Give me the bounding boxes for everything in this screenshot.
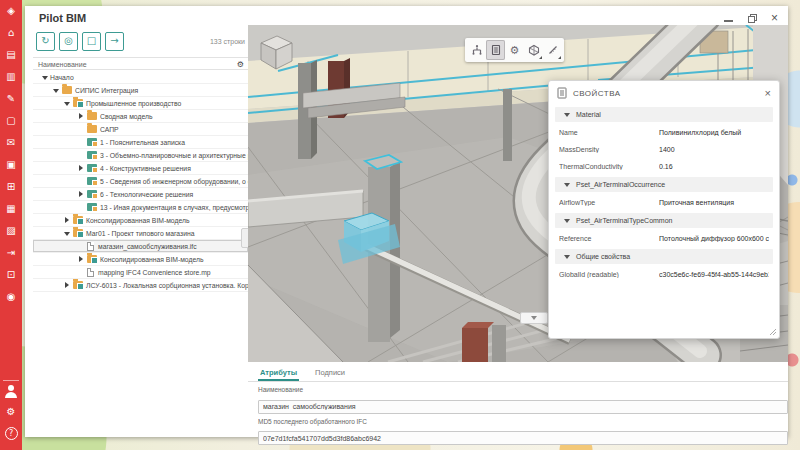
group-material[interactable]: Material [555,107,773,122]
structure-tool-button[interactable] [467,40,486,60]
book-icon[interactable]: ▣ [0,154,22,176]
tree-item[interactable]: ЛСУ-6013 - Локальная сорбционная установ… [33,279,248,292]
tree-item[interactable]: Консолидированная BIM-модель [33,253,248,266]
tree-item[interactable]: 5 - Сведения об инженерном оборудовании,… [33,175,248,188]
image-icon[interactable]: ▦ [0,198,22,220]
frame-button[interactable]: □ [82,32,101,51]
tree-item[interactable]: 3 - Объемно-планировочные и архитектурны… [33,149,248,162]
document-icon[interactable]: ▢ [0,110,22,132]
file-icon [87,268,94,277]
user-icon[interactable] [0,383,22,401]
tree-item[interactable]: 13 - Иная документация в случаях, предус… [33,201,248,214]
open-button[interactable]: → [105,32,124,51]
layers-icon[interactable]: ◈ [0,0,22,22]
property-row: ThermalConductivity0.16 [549,158,779,175]
locate-button[interactable]: ◎ [59,32,78,51]
group-airterminal-typecommon[interactable]: Pset_AirTerminalTypeCommon [555,213,773,228]
tree-item[interactable]: Консолидированная BIM-модель [33,214,248,227]
properties-tool-button[interactable] [486,40,505,60]
model-icon [73,281,83,289]
expander-icon[interactable] [63,216,72,225]
cards-icon[interactable]: ▤ [0,44,22,66]
print-icon[interactable]: ⊡ [0,264,22,286]
window-title: Pilot BIM [39,12,86,24]
bottom-tabs: Атрибуты Подписи [248,362,788,382]
chevron-down-icon [531,316,537,320]
draw-icon[interactable]: ▨ [0,220,22,242]
export-icon[interactable]: ⇥ [0,242,22,264]
panel-collapse-button[interactable] [520,312,548,324]
collapse-triangle-icon [564,183,570,187]
tree-item[interactable]: Промышленное производство [33,97,248,110]
property-row: MassDensity1400 [549,141,779,158]
file-icon [87,242,94,251]
model-icon [87,255,97,263]
tree-item-root[interactable]: Начало [33,71,248,84]
column-settings-icon[interactable]: ⚙ [237,58,244,71]
tree-toolbar: ↻ ◎ □ → [36,32,124,51]
tab-attributes[interactable]: Атрибуты [258,366,299,381]
tree-item[interactable]: 1 - Пояснительная записка [33,136,248,149]
section-icon [87,190,97,198]
tree-rows: Начало СИПИС Интеграция Промышленное про… [33,71,248,292]
apps-icon[interactable]: ⊞ [0,176,22,198]
tree-item[interactable]: 4 - Конструктивные решения [33,162,248,175]
close-icon[interactable]: × [771,12,778,24]
structure-icon [471,44,483,56]
expander-icon[interactable] [63,229,72,238]
collapse-triangle-icon [564,219,570,223]
properties-header: СВОЙСТВА × [549,81,779,105]
measure-tool-button[interactable] [543,40,562,60]
measure-icon [547,44,559,56]
name-field[interactable] [258,400,788,414]
help-icon[interactable]: ? [5,427,18,440]
md5-field[interactable] [258,431,788,445]
resize-handle[interactable] [769,328,776,335]
property-row: ReferenceПотолочный диффузор 600х600 с к… [549,230,779,247]
rows-count-label: 133 строки [210,38,245,45]
expander-icon[interactable] [63,281,72,290]
bottom-structures [462,322,506,362]
tree-column-header[interactable]: Наименование ⚙ [33,57,248,70]
expander-icon[interactable] [52,86,61,95]
expander-icon[interactable] [77,164,86,173]
section-tool-button[interactable] [524,40,543,60]
expander-icon[interactable] [77,255,86,264]
restore-icon[interactable] [748,14,756,22]
tree-item[interactable]: СИПИС Интеграция [33,84,248,97]
group-airterminal-occurrence[interactable]: Pset_AirTerminalOccurrence [555,177,773,192]
folder-icon [87,112,97,120]
minimize-icon[interactable] [724,20,733,22]
tree-item[interactable]: САПР [33,123,248,136]
document-tree-panel: ↻ ◎ □ → 133 строки Наименование ⚙ Начало… [33,26,248,435]
sidebar-divider [3,380,19,381]
settings-gear-icon[interactable]: ⚙ [0,401,22,423]
mail-icon[interactable]: ✉ [0,132,22,154]
library-icon[interactable]: ▥ [0,66,22,88]
close-icon[interactable]: × [765,88,771,99]
view-cube[interactable] [251,28,297,74]
properties-panel-icon [557,87,567,99]
location-icon[interactable]: ◉ [0,286,22,308]
tree-item[interactable]: Сводная модель [33,110,248,123]
properties-panel: СВОЙСТВА × Material NameПоливинилхлорид … [548,80,780,339]
expander-icon[interactable] [41,73,50,82]
tree-item[interactable]: Маг01 - Проект типового магазина [33,227,248,240]
tab-signatures[interactable]: Подписи [313,366,347,381]
settings-tool-button[interactable]: ⚙ [505,40,524,60]
expander-icon[interactable] [77,112,86,121]
section-cube-icon [528,44,540,56]
home-search-icon[interactable]: ⌂ [0,22,22,44]
expander-icon[interactable] [63,99,72,108]
group-common-properties[interactable]: Общие свойства [555,249,773,264]
properties-title: СВОЙСТВА [573,89,621,98]
tree-item[interactable]: 6 - Технологические решения [33,188,248,201]
viewport-toolbar: ⚙ [465,38,564,62]
tree-item-selected[interactable]: магазин_самообслуживания.ifc [33,240,248,253]
section-icon [87,151,97,159]
refresh-button[interactable]: ↻ [36,32,55,51]
edit-icon[interactable]: ✎ [0,88,22,110]
tree-item[interactable]: mapping IFC4 Convenience store.mp [33,266,248,279]
expander-icon[interactable] [77,190,86,199]
collapse-triangle-icon [564,113,570,117]
